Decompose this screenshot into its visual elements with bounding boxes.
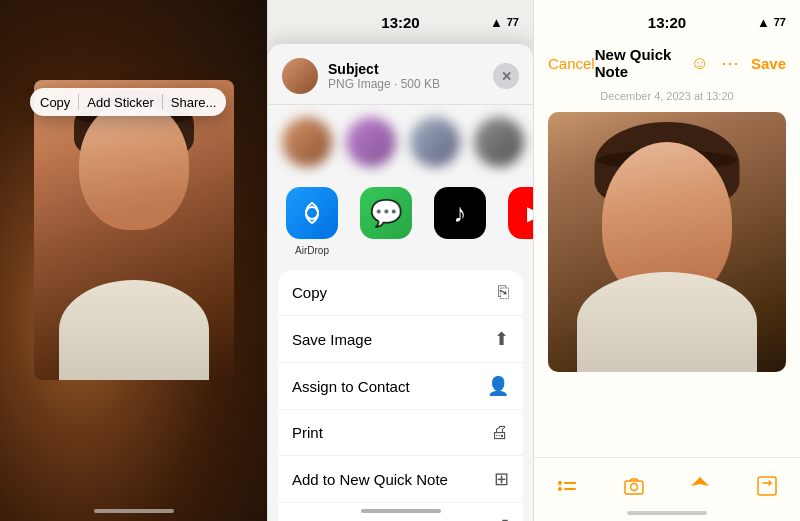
context-share[interactable]: Share... — [171, 95, 217, 110]
save-image-icon: ⬆ — [494, 328, 509, 350]
contact-avatar — [474, 117, 524, 167]
action-shared-album-label: Add to Shared Album — [292, 518, 434, 522]
location-button[interactable] — [689, 475, 711, 497]
panel1-photo-viewer: Copy Add Sticker Share... — [0, 0, 267, 521]
app-youtube[interactable]: ▶ — [504, 187, 533, 256]
contact-item[interactable] — [346, 117, 396, 167]
wifi-icon: ▲ — [757, 15, 770, 30]
action-print[interactable]: Print 🖨 — [278, 410, 523, 456]
action-assign-contact[interactable]: Assign to Contact 👤 — [278, 363, 523, 410]
assign-contact-icon: 👤 — [487, 375, 509, 397]
portrait-face — [79, 100, 189, 230]
share-info: Subject PNG Image · 500 KB — [328, 61, 493, 91]
contact-avatar — [410, 117, 460, 167]
share-sheet-panel: Subject PNG Image · 500 KB ✕ — [268, 44, 533, 521]
tiktok-icon: ♪ — [434, 187, 486, 239]
apps-row: AirDrop 💬 ♪ ▶ — [268, 179, 533, 270]
share-button[interactable] — [756, 475, 778, 497]
action-save-image[interactable]: Save Image ⬆ — [278, 316, 523, 363]
contact-item[interactable] — [410, 117, 460, 167]
quick-note-icon: ⊞ — [494, 468, 509, 490]
save-button[interactable]: Save — [751, 55, 786, 72]
copy-icon: ⎘ — [498, 282, 509, 303]
wifi-icon: ▲ — [490, 15, 503, 30]
home-indicator — [361, 509, 441, 513]
context-menu: Copy Add Sticker Share... — [30, 88, 226, 116]
portrait-photo — [34, 80, 234, 380]
context-divider-1 — [78, 94, 79, 110]
action-quick-note[interactable]: Add to New Quick Note ⊞ — [278, 456, 523, 503]
airdrop-icon — [286, 187, 338, 239]
cancel-button[interactable]: Cancel — [548, 55, 595, 72]
app-tiktok[interactable]: ♪ — [430, 187, 490, 256]
action-quick-note-label: Add to New Quick Note — [292, 471, 448, 488]
contact-avatar — [282, 117, 332, 167]
panel2-share-sheet: 13:20 ▲ 77 Subject PNG Image · 500 KB ✕ — [267, 0, 534, 521]
action-print-label: Print — [292, 424, 323, 441]
camera-button[interactable] — [623, 475, 645, 497]
status-icons: ▲ 77 — [490, 15, 519, 30]
status-bar: 13:20 ▲ 77 — [534, 0, 800, 44]
svg-rect-4 — [564, 488, 576, 490]
add-people-icon[interactable]: ☺ — [691, 53, 709, 74]
home-indicator — [94, 509, 174, 513]
share-avatar — [282, 58, 318, 94]
contacts-row — [268, 105, 533, 179]
note-image — [548, 112, 786, 372]
messages-icon: 💬 — [360, 187, 412, 239]
context-copy[interactable]: Copy — [40, 95, 70, 110]
home-indicator — [627, 511, 707, 515]
contact-avatar — [346, 117, 396, 167]
menu-icon[interactable]: ⋯ — [721, 52, 739, 74]
print-icon: 🖨 — [491, 422, 509, 443]
panel3-quick-note: 13:20 ▲ 77 Cancel New Quick Note ☺ ⋯ Sav… — [534, 0, 800, 521]
status-icons: ▲ 77 — [757, 15, 786, 30]
svg-point-1 — [558, 481, 562, 485]
svg-rect-7 — [758, 477, 776, 495]
nav-bar: Cancel New Quick Note ☺ ⋯ Save — [534, 44, 800, 88]
youtube-icon: ▶ — [508, 187, 533, 239]
context-add-sticker[interactable]: Add Sticker — [87, 95, 153, 110]
battery-icon: 77 — [507, 16, 519, 28]
status-bar: 13:20 ▲ 77 — [268, 0, 533, 44]
action-assign-label: Assign to Contact — [292, 378, 410, 395]
svg-rect-2 — [564, 482, 576, 484]
airdrop-label: AirDrop — [295, 245, 329, 256]
nav-title: New Quick Note — [595, 46, 691, 80]
svg-point-3 — [558, 487, 562, 491]
contact-item[interactable] — [282, 117, 332, 167]
note-date: December 4, 2023 at 13:20 — [534, 88, 800, 112]
share-close-button[interactable]: ✕ — [493, 63, 519, 89]
app-airdrop[interactable]: AirDrop — [282, 187, 342, 256]
share-subtitle: PNG Image · 500 KB — [328, 77, 493, 91]
status-time: 13:20 — [381, 14, 419, 31]
share-subject: Subject — [328, 61, 493, 77]
battery-icon: 77 — [774, 16, 786, 28]
shared-album-icon: ↺ — [494, 515, 509, 521]
action-save-image-label: Save Image — [292, 331, 372, 348]
app-messages[interactable]: 💬 — [356, 187, 416, 256]
action-copy-label: Copy — [292, 284, 327, 301]
actions-list: Copy ⎘ Save Image ⬆ Assign to Contact 👤 … — [278, 270, 523, 521]
portrait-body — [59, 280, 209, 380]
contact-item[interactable] — [474, 117, 524, 167]
list-button[interactable] — [556, 475, 578, 497]
svg-point-6 — [630, 483, 637, 490]
nav-title-group: New Quick Note — [595, 46, 691, 80]
note-body — [577, 272, 757, 372]
context-divider-2 — [162, 94, 163, 110]
nav-icons-right: ☺ ⋯ Save — [691, 52, 786, 74]
action-copy[interactable]: Copy ⎘ — [278, 270, 523, 316]
status-time: 13:20 — [648, 14, 686, 31]
share-header: Subject PNG Image · 500 KB ✕ — [268, 44, 533, 105]
